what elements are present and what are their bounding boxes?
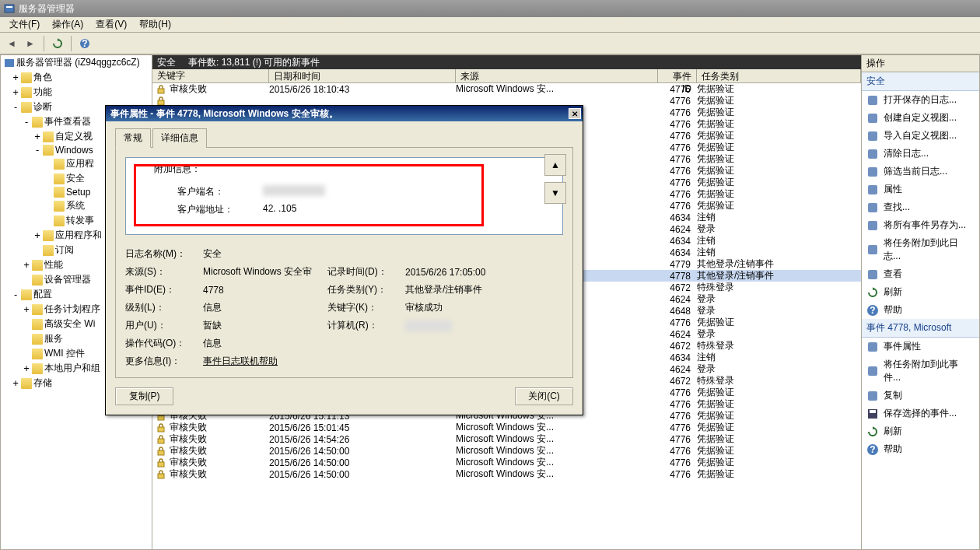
logname-value: 安全 xyxy=(203,247,530,261)
opcode-value: 信息 xyxy=(203,337,530,350)
source-label: 来源(S)： xyxy=(125,265,203,279)
copy-button[interactable]: 复制(P) xyxy=(115,387,173,405)
action-find[interactable]: 查找... xyxy=(862,198,979,216)
dialog-titlebar[interactable]: 事件属性 - 事件 4778, Microsoft Windows 安全审核。 … xyxy=(106,106,583,121)
lock-icon xyxy=(156,423,166,433)
col-datetime[interactable]: 日期和时间 xyxy=(269,69,456,82)
clear-log-icon xyxy=(866,148,879,160)
eventid-value: 4778 xyxy=(203,285,327,296)
open-saved-log-icon xyxy=(866,94,879,107)
action-open-saved-log[interactable]: 打开保存的日志... xyxy=(862,91,979,109)
col-keyword[interactable]: 关键字 xyxy=(152,69,269,82)
copy-icon xyxy=(866,390,879,402)
level-value: 信息 xyxy=(203,301,327,314)
rectime-label: 记录时间(D)： xyxy=(327,265,405,279)
level-label: 级别(L)： xyxy=(125,301,203,314)
action-filter-log[interactable]: 筛选当前日志... xyxy=(862,163,979,180)
menu-action[interactable]: 操作(A) xyxy=(46,16,89,33)
nav-back-button[interactable]: ◄ xyxy=(3,35,20,52)
action-create-custom-view[interactable]: 创建自定义视图... xyxy=(862,109,979,127)
dialog-close-button[interactable]: ✕ xyxy=(569,108,581,119)
menu-view[interactable]: 查看(V) xyxy=(89,16,133,33)
action-refresh[interactable]: 刷新 xyxy=(862,422,979,440)
moreinfo-label: 更多信息(I)： xyxy=(125,355,203,368)
opcode-label: 操作代码(O)： xyxy=(125,337,203,350)
svg-rect-5 xyxy=(158,89,164,93)
action-properties[interactable]: 属性 xyxy=(862,180,979,198)
close-button[interactable]: 关闭(C) xyxy=(515,387,573,405)
col-category[interactable]: 任务类别 xyxy=(697,69,861,82)
eventid-label: 事件ID(E)： xyxy=(125,283,203,296)
table-row[interactable]: 审核失败2015/6/26 18:10:43Microsoft Windows … xyxy=(152,83,861,95)
grid-count: 事件数: 13,811 (!) 可用的新事件 xyxy=(188,56,320,69)
svg-rect-47 xyxy=(868,245,877,254)
action-help[interactable]: ?帮助 xyxy=(862,301,979,319)
action-import-custom-view[interactable]: 导入自定义视图... xyxy=(862,127,979,145)
logname-label: 日志名称(M)： xyxy=(125,247,203,261)
table-row[interactable]: 审核失败2015/6/26 14:54:26Microsoft Windows … xyxy=(152,433,861,445)
svg-rect-36 xyxy=(158,450,164,455)
import-custom-view-icon xyxy=(866,130,879,142)
actions-pane: 操作 安全 打开保存的日志...创建自定义视图...导入自定义视图...清除日志… xyxy=(862,54,980,550)
event-properties-icon xyxy=(866,341,879,353)
client-name-label: 客户端名： xyxy=(154,185,263,198)
svg-rect-48 xyxy=(868,270,877,279)
nav-prev-event-button[interactable]: ▲ xyxy=(544,154,566,176)
toolbar: ◄ ► ? xyxy=(0,33,980,54)
action-copy[interactable]: 复制 xyxy=(862,387,979,405)
toolbar-refresh-button[interactable] xyxy=(49,35,66,52)
action-attach-task-log[interactable]: 将任务附加到此日志... xyxy=(862,234,979,265)
svg-rect-38 xyxy=(158,474,164,478)
action-refresh[interactable]: 刷新 xyxy=(862,283,979,301)
tab-detail[interactable]: 详细信息 xyxy=(152,128,207,148)
table-row[interactable]: 审核失败2015/6/26 14:50:00Microsoft Windows … xyxy=(152,445,861,457)
lock-icon xyxy=(156,85,166,94)
action-clear-log[interactable]: 清除日志... xyxy=(862,145,979,163)
toolbar-help-button[interactable]: ? xyxy=(76,35,93,52)
help-icon: ? xyxy=(866,304,879,317)
svg-rect-46 xyxy=(868,221,877,230)
moreinfo-link[interactable]: 事件日志联机帮助 xyxy=(203,355,530,368)
action-event-properties[interactable]: 事件属性 xyxy=(862,338,979,356)
svg-rect-43 xyxy=(868,167,877,177)
event-description-box[interactable]: 附加信息： 客户端名： 客户端地址： 42. .105 xyxy=(125,157,563,235)
tree-node[interactable]: +角色 xyxy=(1,70,152,85)
taskcat-value: 其他登录/注销事件 xyxy=(405,283,530,296)
menu-file[interactable]: 文件(F) xyxy=(3,16,46,33)
window-title: 服务器管理器 xyxy=(19,2,75,16)
svg-rect-44 xyxy=(868,185,877,194)
tree-root[interactable]: 服务器管理器 (iZ94qggzc6cZ) xyxy=(1,55,152,70)
source-value: Microsoft Windows 安全审 xyxy=(203,265,327,279)
find-icon xyxy=(866,201,879,214)
nav-next-event-button[interactable]: ▼ xyxy=(544,182,566,204)
svg-rect-4 xyxy=(5,59,14,67)
table-row[interactable]: 审核失败2015/6/26 15:01:45Microsoft Windows … xyxy=(152,422,861,433)
kw-label: 关键字(K)： xyxy=(327,301,405,314)
properties-icon xyxy=(866,184,879,196)
action-help[interactable]: ?帮助 xyxy=(862,440,979,458)
grid-columns: 关键字 日期和时间 来源 事件 ID 任务类别 xyxy=(152,69,861,83)
tab-general[interactable]: 常规 xyxy=(115,128,151,148)
taskcat-label: 任务类别(Y)： xyxy=(327,283,405,296)
table-row[interactable]: 审核失败2015/6/26 14:50:00Microsoft Windows … xyxy=(152,457,861,468)
action-save-all-events[interactable]: 将所有事件另存为... xyxy=(862,216,979,234)
svg-rect-52 xyxy=(868,366,877,376)
table-row[interactable]: 审核失败2015/6/26 14:50:00Microsoft Windows … xyxy=(152,468,861,480)
save-all-events-icon xyxy=(866,219,879,232)
svg-rect-53 xyxy=(868,391,877,401)
svg-rect-39 xyxy=(868,96,877,105)
nav-forward-button[interactable]: ► xyxy=(22,35,39,52)
menu-help[interactable]: 帮助(H) xyxy=(133,16,177,33)
svg-rect-51 xyxy=(868,342,877,352)
col-eventid[interactable]: 事件 ID xyxy=(658,69,697,82)
action-save-selected[interactable]: 保存选择的事件... xyxy=(862,405,979,422)
tree-node[interactable]: +功能 xyxy=(1,85,152,100)
col-source[interactable]: 来源 xyxy=(456,69,658,82)
svg-rect-33 xyxy=(158,415,164,420)
view-icon xyxy=(866,268,879,281)
action-view[interactable]: 查看 xyxy=(862,265,979,283)
server-manager-icon xyxy=(3,2,16,15)
action-attach-task-event[interactable]: 将任务附加到此事件... xyxy=(862,356,979,387)
svg-rect-6 xyxy=(158,100,164,105)
help-icon: ? xyxy=(866,443,879,456)
